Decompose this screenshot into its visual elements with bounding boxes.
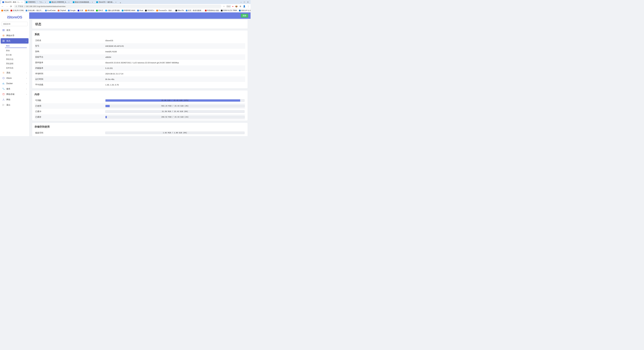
bookmark-item[interactable]: 腾讯视频	[85, 9, 94, 12]
nav-item-iStore[interactable]: iStore›	[0, 75, 29, 81]
nav-arrows: ← → ⟳	[1, 5, 12, 8]
subnav-item-实时信息[interactable]: 实时信息	[0, 66, 29, 70]
nav-label: 系统	[6, 71, 10, 74]
svg-point-10	[3, 72, 4, 73]
nav-item-网络[interactable]: 网络	[0, 97, 29, 102]
row-value: iStoreOS 22.03.6 2024071911 / LuCI istor…	[105, 62, 244, 64]
tab-favicon	[49, 1, 51, 3]
nav-icon	[2, 93, 5, 95]
subnav-item-路由[interactable]: 路由	[0, 48, 29, 53]
nav-item-服务[interactable]: 服务›	[0, 86, 29, 91]
bookmark-item[interactable]: Chiphell	[58, 9, 66, 11]
bookmark-item[interactable]: KoolCenter	[45, 9, 56, 11]
ext-new-icon[interactable]: New	[226, 5, 230, 7]
tab-close-icon[interactable]: ×	[116, 1, 117, 3]
close-button[interactable]: ✕	[247, 1, 248, 3]
minimize-button[interactable]: –	[240, 1, 242, 3]
star-icon[interactable]: ☆	[223, 5, 225, 7]
maximize-button[interactable]: □	[244, 1, 245, 3]
bookmark-item[interactable]: 阿里邮箱企业版	[205, 9, 219, 12]
bookmark-item[interactable]: 哔哩哔哩 bilibili	[122, 9, 135, 12]
tab-close-icon[interactable]: ×	[68, 1, 70, 3]
table-row: 本地时间2024-08-01 21:17:14	[34, 71, 245, 76]
subnav-item-系统进程[interactable]: 系统进程	[0, 61, 29, 66]
nav-icon	[2, 88, 5, 90]
tab-close-icon[interactable]: ×	[22, 1, 23, 3]
subnav-item-概览[interactable]: 概览	[5, 43, 27, 48]
search-input[interactable]	[2, 22, 28, 26]
section-storage: 存储空间使用 磁盘空间1.02 MiB / 1.90 GiB (0%)	[32, 123, 248, 136]
nav-item-退出[interactable]: 退出	[0, 102, 29, 108]
back-button[interactable]: ←	[1, 5, 4, 8]
table-row: 内核版本5.10.201	[34, 65, 245, 71]
profile-icon[interactable]: 👤	[243, 5, 246, 7]
tab-4[interactable]: iStoreOS 一键安装群晖，自分…×	[95, 0, 118, 4]
bookmark-item[interactable]: 淘宝网	[1, 9, 8, 12]
bookmark-label: 京东(JD.COM)	[13, 9, 24, 12]
nav-item-网络向导[interactable]: 网络向导	[0, 33, 29, 38]
bookmark-item[interactable]: Google	[68, 9, 76, 11]
bookmark-item[interactable]: 首页 - 動漫花園資…	[186, 9, 203, 12]
bookmark-item[interactable]: 京东(JD.COM)	[10, 9, 24, 12]
chevron-down-icon: ⌄	[26, 40, 27, 42]
tab-title: 酷友社-哔哩哔哩_bilibili	[52, 1, 68, 3]
nav-item-状态[interactable]: 状态⌄	[1, 38, 28, 43]
table-row: 目标平台x86/64	[34, 54, 245, 60]
bookmark-item[interactable]: MikroTik	[176, 9, 184, 11]
refresh-button[interactable]: 刷新	[241, 14, 248, 17]
nav-icon	[2, 40, 5, 42]
bookmark-item[interactable]: 爱奇艺	[96, 9, 103, 12]
ext-cast-icon[interactable]: 🖥	[239, 5, 241, 7]
bookmark-item[interactable]: 优酷-这世界很酷	[105, 9, 120, 12]
bookmark-label: KoolCenter	[47, 9, 56, 11]
subnav-item-系统日志[interactable]: 系统日志	[0, 57, 29, 61]
bookmark-item[interactable]: 充电头网 – 我们只…	[26, 9, 43, 12]
tab-1[interactable]: 哔哩哔哩 (゜-゜)つロ 干杯~-b…×	[24, 0, 48, 4]
address-field[interactable]: ⚠ 不安全 | 192.168.100.1/cgi-bin/luci/admin…	[14, 5, 221, 8]
tab-close-icon[interactable]: ×	[92, 1, 94, 3]
nav-icon	[2, 72, 5, 74]
progress-text: 583.15 MiB / 15.43 GiB (3%)	[106, 105, 244, 107]
forward-button[interactable]: →	[6, 5, 8, 8]
tab-0[interactable]: iStoreOS - 概览 - LuCI×	[1, 0, 24, 4]
bookmark-label: 腾讯视频	[88, 9, 94, 12]
progress-bar: 583.15 MiB / 15.43 GiB (3%)	[105, 105, 244, 107]
nav-item-系统[interactable]: 系统›	[0, 70, 29, 75]
progress-text: 1.02 MiB / 1.90 GiB (0%)	[106, 132, 244, 134]
bookmark-label: Google	[70, 9, 76, 11]
menu-icon[interactable]: ⋮	[247, 5, 249, 7]
tab-2[interactable]: 酷友社-哔哩哔哩_bilibili×	[48, 0, 72, 4]
section-system: 系统 主机名iStoreOS型号HIKSEMI HS-AFS-R1架构Intel…	[32, 30, 248, 88]
main: 刷新 状态 系统 主机名iStoreOS型号HIKSEMI HS-AFS-R1架…	[29, 12, 250, 136]
row-label: 平均负载	[35, 83, 105, 86]
row-label: 型号	[35, 45, 105, 47]
nav-icon	[2, 29, 5, 31]
bookmark-item[interactable]: SONY-ILCE-7RM4	[221, 9, 237, 11]
extensions-icon[interactable]: 📦	[235, 5, 238, 7]
bookmark-item[interactable]: ProcessOn - 我的…	[156, 9, 173, 12]
row-value: HIKSEMI HS-AFS-R1	[105, 45, 244, 47]
bookmark-item[interactable]: 百度	[78, 9, 83, 12]
nav-item-Docker[interactable]: Docker›	[0, 81, 29, 86]
nav-item-网络存储[interactable]: 网络存储›	[0, 91, 29, 97]
tab-close-icon[interactable]: ×	[45, 1, 46, 3]
row-label: 已缓冲	[35, 110, 105, 113]
svg-rect-6	[3, 40, 3, 41]
bookmark-item[interactable]: 英特尔® 以太网网…	[239, 9, 250, 12]
reload-button[interactable]: ⟳	[10, 5, 12, 8]
new-tab-button[interactable]: +	[118, 1, 122, 4]
bookmark-label: 爱奇艺	[98, 9, 103, 12]
bookmark-label: 首页 - 動漫花園資…	[188, 9, 203, 12]
chevron-down-icon: ›	[26, 83, 27, 84]
nav-item-首页[interactable]: 首页	[0, 27, 29, 33]
svg-rect-11	[3, 83, 3, 84]
url-bar: ← → ⟳ ⚠ 不安全 | 192.168.100.1/cgi-bin/luci…	[0, 4, 250, 9]
tab-3[interactable]: 酷友社投稿视频-酷友社视频分…×	[72, 0, 95, 4]
bookmark-favicon	[10, 10, 12, 11]
bookmark-item[interactable]: DS1821+	[145, 9, 154, 11]
section-memory-heading: 内存	[34, 92, 245, 98]
subnav-item-防火墙[interactable]: 防火墙	[0, 53, 29, 57]
bookmark-item[interactable]: iKuai	[137, 9, 143, 11]
row-value: 5.10.201	[105, 67, 244, 69]
ext-opera-icon[interactable]: ●	[232, 5, 234, 7]
